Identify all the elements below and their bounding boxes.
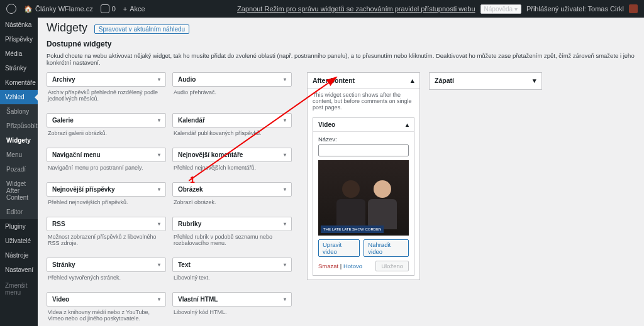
widget-navigační-menu: Navigační menu▾Navigační menu pro postra… <box>47 148 166 176</box>
widget-header[interactable]: Stránky▾ <box>47 258 166 272</box>
available-widgets-heading: Dostupné widgety <box>47 40 635 48</box>
sidebar-item-přizpůsobit[interactable]: Přizpůsobit <box>0 119 38 133</box>
widget-desc: Libovolný kód HTML. <box>172 307 292 320</box>
annotation-number: 1 <box>190 175 195 185</box>
video-preview: THE LATE LATE SHOW CORDEN <box>318 160 409 236</box>
widget-audio: Audio▾Audio přehrávač. <box>172 72 292 107</box>
accessibility-hint[interactable]: Zapnout Režim pro správu widgetů se zach… <box>237 5 475 13</box>
widget-kalendář: Kalendář▾Kalendář publikovaných příspěvk… <box>172 113 292 141</box>
widget-desc: Zobrazí galerii obrázků. <box>47 128 166 141</box>
avatar[interactable] <box>629 4 638 13</box>
site-link[interactable]: 🏠 Články WFlame.cz <box>24 5 93 13</box>
loggedin-user[interactable]: Přihlášený uživatel: Tomas Cirkl <box>526 5 624 13</box>
admin-sidebar: NástěnkaPříspěvkyMédiaStránkyKomentářeVz… <box>0 18 38 326</box>
chevron-down-icon: ▾ <box>158 262 160 268</box>
sidebar-item-uživatelé[interactable]: Uživatelé <box>0 234 38 248</box>
widget-list: Archivy▾Archiv příspěvků přehledně rozdě… <box>47 72 298 326</box>
widget-video-instance: Video▴ Název: THE LATE LATE SHOW CORDEN <box>313 117 414 276</box>
widget-header[interactable]: Text▾ <box>172 258 292 272</box>
widget-rss: RSS▾Možnost zobrazení příspěvků z libovo… <box>47 217 166 251</box>
help-button[interactable]: Nápověda ▾ <box>480 4 521 14</box>
delete-link[interactable]: Smazat <box>318 263 338 269</box>
sidebar-item-nástěnka[interactable]: Nástěnka <box>0 18 38 32</box>
edit-video-button[interactable]: Upravit video <box>318 239 360 257</box>
area-footer: Zápatí▾ <box>429 72 542 90</box>
sidebar-item-editor[interactable]: Editor <box>0 205 38 219</box>
widget-desc: Libovolný text. <box>172 272 292 286</box>
widget-vlastní-html: Vlastní HTML▾Libovolný kód HTML. <box>172 292 292 326</box>
chevron-down-icon: ▾ <box>284 296 286 302</box>
sidebar-item-pluginy[interactable]: Pluginy <box>0 219 38 234</box>
new-link[interactable]: + Akce <box>123 5 145 13</box>
chevron-down-icon: ▾ <box>158 152 160 158</box>
page-title: Widgety <box>47 21 87 35</box>
chevron-down-icon: ▾ <box>284 262 286 268</box>
comments-link[interactable]: 0 <box>101 4 116 13</box>
widget-desc: Možnost zobrazení příspěvků z libovolnéh… <box>47 231 166 251</box>
chevron-down-icon: ▾ <box>284 187 286 192</box>
chevron-down-icon: ▾ <box>158 77 160 82</box>
widget-desc: Kalendář publikovaných příspěvků. <box>172 128 292 141</box>
widget-header[interactable]: Vlastní HTML▾ <box>172 292 292 307</box>
widget-desc: Přehled nejnovějších komentářů. <box>172 162 292 176</box>
widget-header[interactable]: Rubriky▾ <box>172 217 292 231</box>
widget-header[interactable]: Nejnovější komentáře▾ <box>172 148 292 162</box>
sidebar-item-pozadí[interactable]: Pozadí <box>0 162 38 177</box>
customize-button[interactable]: Spravovat v aktuálním náhledu <box>94 24 189 34</box>
sidebar-item-menu[interactable]: Menu <box>0 148 38 162</box>
widget-nejnovější-příspěvky: Nejnovější příspěvky▾Přehled nejnovějšíc… <box>47 182 166 210</box>
save-button: Uloženo <box>375 261 409 271</box>
widget-header[interactable]: Kalendář▾ <box>172 113 292 128</box>
widget-stránky: Stránky▾Přehled vytvořených stránek. <box>47 258 166 286</box>
sidebar-item-média[interactable]: Média <box>0 46 38 61</box>
sidebar-item-widgety[interactable]: Widgety <box>0 133 38 148</box>
site-name: Články WFlame.cz <box>35 5 93 13</box>
show-logo: THE LATE LATE SHOW CORDEN <box>321 225 384 233</box>
chevron-down-icon: ▾ <box>284 152 286 158</box>
area-after-content: After Content▴ This widget section shows… <box>307 72 420 280</box>
widget-header[interactable]: Nejnovější příspěvky▾ <box>47 182 166 197</box>
widget-desc: Přehled rubrik v podobě seznamu nebo roz… <box>172 231 292 251</box>
widget-text: Text▾Libovolný text. <box>172 258 292 286</box>
chevron-down-icon: ▾ <box>158 296 160 302</box>
widget-header[interactable]: Archivy▾ <box>47 72 166 87</box>
widget-archivy: Archivy▾Archiv příspěvků přehledně rozdě… <box>47 72 166 107</box>
widget-desc: Audio přehrávač. <box>172 87 292 101</box>
name-input[interactable] <box>318 144 409 156</box>
sidebar-item-nastavení[interactable]: Nastavení <box>0 263 38 277</box>
replace-video-button[interactable]: Nahradit video <box>364 239 409 257</box>
chevron-up-icon[interactable]: ▴ <box>406 121 409 128</box>
sidebar-item-zmenšit-menu[interactable]: Zmenšit menu <box>0 277 38 301</box>
sidebar-item-šablony[interactable]: Šablony <box>0 104 38 119</box>
chevron-down-icon[interactable]: ▾ <box>533 77 536 84</box>
widget-header[interactable]: Video▾ <box>47 292 166 307</box>
widget-header[interactable]: Galerie▾ <box>47 113 166 128</box>
chevron-down-icon: ▾ <box>284 117 286 123</box>
sidebar-item-nástroje[interactable]: Nástroje <box>0 248 38 263</box>
widget-obrázek: Obrázek▾Zobrazí obrázek. <box>172 182 292 210</box>
intro-text: Pokud chcete na webu aktivovat nějaký wi… <box>47 52 635 66</box>
chevron-down-icon: ▾ <box>158 221 160 227</box>
sidebar-item-komentáře[interactable]: Komentáře <box>0 75 38 90</box>
chevron-down-icon: ▾ <box>158 187 160 192</box>
widget-desc: Přehled vytvořených stránek. <box>47 272 166 286</box>
sidebar-item-příspěvky[interactable]: Příspěvky <box>0 32 38 46</box>
widget-galerie: Galerie▾Zobrazí galerii obrázků. <box>47 113 166 141</box>
widget-desc: Navigační menu pro postranní panely. <box>47 162 166 176</box>
widget-header[interactable]: RSS▾ <box>47 217 166 231</box>
widget-header[interactable]: Navigační menu▾ <box>47 148 166 162</box>
sidebar-item-vzhled[interactable]: Vzhled <box>0 90 38 104</box>
wp-logo[interactable] <box>6 4 16 14</box>
widget-desc: Přehled nejnovějších příspěvků. <box>47 197 166 210</box>
widget-header[interactable]: Audio▾ <box>172 72 292 87</box>
widget-video: Video▾Videa z knihovny médií nebo z YouT… <box>47 292 166 326</box>
widget-nejnovější-komentáře: Nejnovější komentáře▾Přehled nejnovějšíc… <box>172 148 292 176</box>
chevron-down-icon: ▾ <box>284 221 286 227</box>
chevron-down-icon: ▾ <box>284 77 286 82</box>
sidebar-item-widget-after-content[interactable]: Widget After Content <box>0 177 38 205</box>
widget-desc: Zobrazí obrázek. <box>172 197 292 210</box>
chevron-up-icon[interactable]: ▴ <box>411 77 414 84</box>
sidebar-item-stránky[interactable]: Stránky <box>0 61 38 75</box>
done-link[interactable]: Hotovo <box>343 263 362 269</box>
name-label: Název: <box>318 136 409 143</box>
